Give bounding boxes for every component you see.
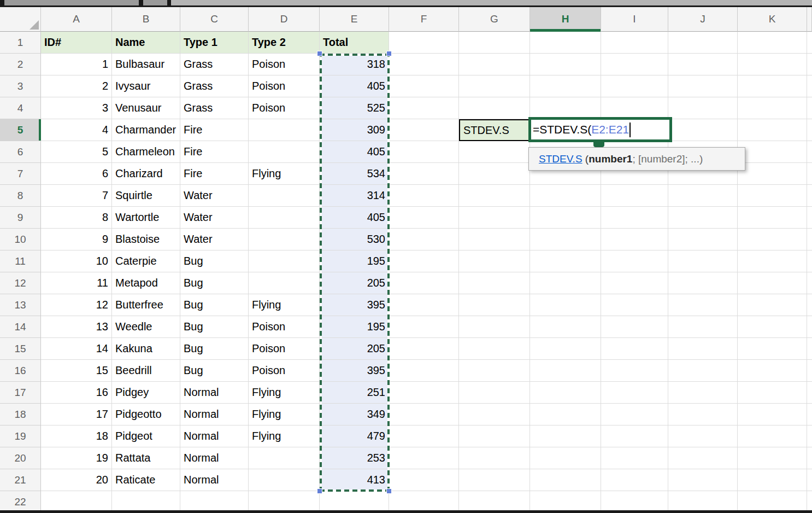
cell-I11[interactable] bbox=[601, 250, 668, 272]
cell-D7[interactable]: Flying bbox=[249, 163, 320, 185]
cell-C14[interactable]: Bug bbox=[180, 316, 249, 338]
cell-H10[interactable] bbox=[530, 229, 601, 250]
cell-G5[interactable]: STDEV.S bbox=[459, 119, 530, 141]
cell-C7[interactable]: Fire bbox=[180, 163, 249, 185]
cell-E11[interactable]: 195 bbox=[320, 250, 389, 272]
cell-H19[interactable] bbox=[530, 425, 601, 447]
cell-J11[interactable] bbox=[668, 250, 738, 272]
cell-I9[interactable] bbox=[601, 207, 668, 229]
cell-G22[interactable] bbox=[459, 491, 530, 513]
cell-D22[interactable] bbox=[249, 491, 320, 513]
cell-H4[interactable] bbox=[530, 97, 601, 119]
cell-H12[interactable] bbox=[530, 272, 601, 294]
cell-B22[interactable] bbox=[112, 491, 180, 513]
cell-J8[interactable] bbox=[668, 185, 738, 207]
cell-C11[interactable]: Bug bbox=[180, 250, 249, 272]
cell-I17[interactable] bbox=[601, 382, 668, 404]
cell-C8[interactable]: Water bbox=[180, 185, 249, 207]
cell-I4[interactable] bbox=[601, 97, 668, 119]
cell-I18[interactable] bbox=[601, 404, 668, 425]
cell-F10[interactable] bbox=[389, 229, 459, 250]
cell-D11[interactable] bbox=[249, 250, 320, 272]
cell-J3[interactable] bbox=[668, 75, 738, 97]
cell-A16[interactable]: 15 bbox=[41, 360, 112, 382]
cell-H21[interactable] bbox=[530, 469, 601, 491]
cell-K19[interactable] bbox=[738, 425, 807, 447]
cell-G12[interactable] bbox=[459, 272, 530, 294]
cell-K4[interactable] bbox=[738, 97, 807, 119]
cell-G10[interactable] bbox=[459, 229, 530, 250]
cell-I10[interactable] bbox=[601, 229, 668, 250]
cell-G19[interactable] bbox=[459, 425, 530, 447]
cell-D10[interactable] bbox=[249, 229, 320, 250]
cell-K11[interactable] bbox=[738, 250, 807, 272]
cell-C18[interactable]: Normal bbox=[180, 404, 249, 425]
cell-D1[interactable]: Type 2 bbox=[249, 32, 320, 54]
cell-G7[interactable] bbox=[459, 163, 530, 185]
cell-A12[interactable]: 11 bbox=[41, 272, 112, 294]
cell-E7[interactable]: 534 bbox=[320, 163, 389, 185]
cell-A3[interactable]: 2 bbox=[41, 75, 112, 97]
cell-D17[interactable]: Flying bbox=[249, 382, 320, 404]
row-header-17[interactable]: 17 bbox=[0, 382, 41, 404]
cell-F14[interactable] bbox=[389, 316, 459, 338]
cell-H8[interactable] bbox=[530, 185, 601, 207]
cell-D15[interactable]: Poison bbox=[249, 338, 320, 360]
cell-E6[interactable]: 405 bbox=[320, 141, 389, 163]
cell-E1[interactable]: Total bbox=[320, 32, 389, 54]
cell-G8[interactable] bbox=[459, 185, 530, 207]
cell-B18[interactable]: Pidgeotto bbox=[112, 404, 180, 425]
cell-K20[interactable] bbox=[738, 447, 807, 469]
cell-F22[interactable] bbox=[389, 491, 459, 513]
cell-J18[interactable] bbox=[668, 404, 738, 425]
cell-F9[interactable] bbox=[389, 207, 459, 229]
cell-E2[interactable]: 318 bbox=[320, 54, 389, 75]
cell-G15[interactable] bbox=[459, 338, 530, 360]
cell-H11[interactable] bbox=[530, 250, 601, 272]
cell-A19[interactable]: 18 bbox=[41, 425, 112, 447]
column-header-D[interactable]: D bbox=[249, 7, 320, 32]
row-header-13[interactable]: 13 bbox=[0, 294, 41, 316]
cell-E16[interactable]: 395 bbox=[320, 360, 389, 382]
cell-I16[interactable] bbox=[601, 360, 668, 382]
cell-K16[interactable] bbox=[738, 360, 807, 382]
cell-A20[interactable]: 19 bbox=[41, 447, 112, 469]
cell-I22[interactable] bbox=[601, 491, 668, 513]
cell-F8[interactable] bbox=[389, 185, 459, 207]
cell-I3[interactable] bbox=[601, 75, 668, 97]
cell-K17[interactable] bbox=[738, 382, 807, 404]
cell-E21[interactable]: 413 bbox=[320, 469, 389, 491]
cell-C1[interactable]: Type 1 bbox=[180, 32, 249, 54]
cell-H2[interactable] bbox=[530, 54, 601, 75]
cell-B2[interactable]: Bulbasaur bbox=[112, 54, 180, 75]
cell-F21[interactable] bbox=[389, 469, 459, 491]
cell-I19[interactable] bbox=[601, 425, 668, 447]
column-header-B[interactable]: B bbox=[112, 7, 180, 32]
cell-D9[interactable] bbox=[249, 207, 320, 229]
cell-D20[interactable] bbox=[249, 447, 320, 469]
cell-E3[interactable]: 405 bbox=[320, 75, 389, 97]
cell-A4[interactable]: 3 bbox=[41, 97, 112, 119]
cell-H15[interactable] bbox=[530, 338, 601, 360]
cell-I8[interactable] bbox=[601, 185, 668, 207]
cell-J21[interactable] bbox=[668, 469, 738, 491]
cell-C15[interactable]: Bug bbox=[180, 338, 249, 360]
cell-J12[interactable] bbox=[668, 272, 738, 294]
cell-F18[interactable] bbox=[389, 404, 459, 425]
cell-H20[interactable] bbox=[530, 447, 601, 469]
cell-E15[interactable]: 205 bbox=[320, 338, 389, 360]
cell-I1[interactable] bbox=[601, 32, 668, 54]
cell-C21[interactable]: Normal bbox=[180, 469, 249, 491]
cell-A15[interactable]: 14 bbox=[41, 338, 112, 360]
cell-D3[interactable]: Poison bbox=[249, 75, 320, 97]
cell-A17[interactable]: 16 bbox=[41, 382, 112, 404]
cell-E9[interactable]: 405 bbox=[320, 207, 389, 229]
cell-B17[interactable]: Pidgey bbox=[112, 382, 180, 404]
row-header-15[interactable]: 15 bbox=[0, 338, 41, 360]
cell-A21[interactable]: 20 bbox=[41, 469, 112, 491]
cell-B15[interactable]: Kakuna bbox=[112, 338, 180, 360]
cell-B11[interactable]: Caterpie bbox=[112, 250, 180, 272]
cell-K14[interactable] bbox=[738, 316, 807, 338]
cell-E22[interactable] bbox=[320, 491, 389, 513]
cell-E20[interactable]: 253 bbox=[320, 447, 389, 469]
